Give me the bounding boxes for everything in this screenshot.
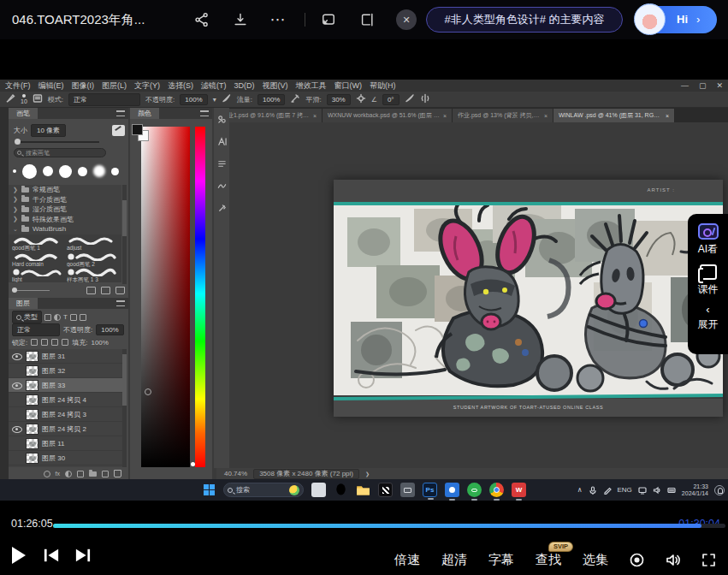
lock-pixels-icon[interactable] <box>41 339 48 346</box>
filter-shape-icon[interactable] <box>70 314 77 321</box>
record-mode-icon[interactable] <box>630 553 644 567</box>
tab-close-icon[interactable]: × <box>443 113 447 119</box>
layer-row[interactable]: 图层 24 拷贝 2 <box>9 422 123 436</box>
new-layer-icon[interactable] <box>102 471 109 477</box>
menu-filter[interactable]: 滤镜(T) <box>201 80 227 92</box>
chrome-icon[interactable] <box>489 483 504 497</box>
close-video-icon[interactable]: ✕ <box>396 9 417 30</box>
brush-tip[interactable] <box>78 167 87 176</box>
picture-in-picture-icon[interactable] <box>357 9 377 30</box>
volume-icon[interactable] <box>666 553 680 567</box>
brush-preset[interactable]: light <box>10 267 65 283</box>
assistant-button[interactable]: Hi › <box>636 6 717 33</box>
delete-layer-icon[interactable] <box>114 470 121 477</box>
expand-button[interactable]: ‹ 展开 <box>698 305 719 332</box>
preset-size-slider[interactable] <box>12 290 50 291</box>
character-panel-icon[interactable] <box>217 137 227 146</box>
maximize-icon[interactable]: ▢ <box>699 81 707 90</box>
hue-marker[interactable] <box>191 462 195 466</box>
green-app-icon[interactable] <box>467 483 482 497</box>
menu-plugins[interactable]: 增效工具 <box>296 80 327 92</box>
previous-icon[interactable] <box>44 546 59 565</box>
brushes-panel-tab[interactable]: 画笔 <box>9 108 38 119</box>
ps-canvas-area[interactable]: ARTIST : <box>229 122 728 468</box>
status-chevron-icon[interactable]: ❯ <box>365 471 370 477</box>
visibility-eye-icon[interactable] <box>11 352 22 360</box>
layer-list-scrollbar[interactable] <box>122 349 127 467</box>
brush-size-preview[interactable]: 10 <box>21 94 27 104</box>
document-tab[interactable]: WXNUW workback.psd @ 51.6% (图层 767, RGB/… <box>323 109 453 122</box>
layer-opacity-value[interactable]: 100% <box>96 324 123 335</box>
progress-bar[interactable] <box>53 524 725 528</box>
visibility-eye-icon[interactable] <box>11 366 22 375</box>
visibility-eye-icon[interactable] <box>11 439 22 448</box>
hidden-icons-caret[interactable]: ∧ <box>577 486 583 494</box>
speed-button[interactable]: 倍速 <box>394 552 420 568</box>
tab-close-icon[interactable]: × <box>544 113 547 119</box>
new-group-icon[interactable] <box>86 287 96 294</box>
courseware-button[interactable]: 课件 <box>698 264 719 297</box>
document-tab-active[interactable]: WINLAW .psd @ 41% (图层 31, RGB/8#) *× <box>553 109 675 122</box>
tab-close-icon[interactable]: × <box>313 113 317 119</box>
layer-row[interactable]: 图层 11 <box>9 436 123 451</box>
layer-row[interactable]: 图层 32 <box>9 364 123 378</box>
start-button[interactable] <box>204 484 216 496</box>
layer-mask-icon[interactable] <box>77 471 84 477</box>
smoothing-gear-icon[interactable] <box>356 93 366 105</box>
keyboard-icon[interactable] <box>667 486 676 495</box>
layer-thumbnail[interactable] <box>26 453 38 464</box>
window-close-icon[interactable]: ✕ <box>716 81 723 90</box>
brush-size-field[interactable]: 10 像素 <box>31 124 66 137</box>
capcut-icon[interactable] <box>378 483 393 497</box>
layer-thumbnail[interactable] <box>26 351 38 362</box>
smoothing-value[interactable]: 30% <box>327 94 351 105</box>
layers-panel-tab[interactable]: 图层 <box>9 298 38 309</box>
panel-menu-icon[interactable] <box>116 110 125 116</box>
layer-row[interactable]: 图层 24 拷贝 3 <box>9 407 123 422</box>
camera-app-icon[interactable] <box>400 483 415 497</box>
pen-icon[interactable] <box>603 486 612 495</box>
zoom-level[interactable]: 40.74% <box>224 470 247 477</box>
link-layers-icon[interactable] <box>44 471 50 477</box>
brush-tip[interactable] <box>59 165 72 178</box>
menu-edit[interactable]: 编辑(E) <box>38 80 64 92</box>
wps-icon[interactable]: W <box>512 483 526 497</box>
brush-group-expanded[interactable]: ⌄WatuBrush <box>9 224 121 234</box>
visibility-eye-icon[interactable] <box>11 410 22 418</box>
layer-thumbnail[interactable] <box>26 380 38 391</box>
layer-row[interactable]: 图层 24 拷贝 4 <box>9 393 123 407</box>
tab-close-icon[interactable]: × <box>666 113 669 119</box>
delete-brush-icon[interactable] <box>115 287 125 294</box>
brush-preset[interactable]: adjust <box>65 235 120 252</box>
new-group-icon[interactable] <box>89 471 97 477</box>
brush-angle-value[interactable]: 0° <box>382 94 400 105</box>
app-window-icon[interactable] <box>311 483 326 497</box>
pressure-opacity-icon[interactable] <box>222 93 232 105</box>
brush-tip[interactable] <box>13 169 16 173</box>
layer-thumbnail[interactable] <box>26 365 38 376</box>
color-saturation-gradient[interactable] <box>141 127 190 467</box>
minimize-icon[interactable]: — <box>681 81 689 90</box>
paragraph-panel-icon[interactable] <box>217 159 227 169</box>
layer-filter-select[interactable]: 类型 <box>12 311 42 323</box>
stroke-panel-icon[interactable] <box>217 181 227 191</box>
document-tab[interactable]: 作业1.psd @ 91.6% (图层 7 拷贝, RGB/8#) *× <box>216 109 323 122</box>
menu-type[interactable]: 文字(Y) <box>134 80 160 92</box>
pressure-size-icon[interactable] <box>405 93 415 105</box>
layer-row[interactable]: 图层 30 <box>9 451 123 465</box>
new-brush-icon[interactable] <box>101 287 110 294</box>
blend-mode-select[interactable]: 正常 <box>68 93 140 106</box>
brush-preset[interactable]: 样本画笔 1 3 <box>65 267 120 283</box>
screenshot-icon[interactable] <box>318 9 339 30</box>
brush-tip-soft[interactable] <box>93 165 105 177</box>
layer-row[interactable]: 图层 31 <box>9 349 123 364</box>
file-explorer-icon[interactable] <box>356 483 370 497</box>
toggle-brush-panel-icon[interactable] <box>33 93 43 105</box>
brush-preset[interactable]: good画笔 1 <box>10 235 65 252</box>
symmetry-icon[interactable] <box>420 93 430 105</box>
menu-layer[interactable]: 图层(L) <box>102 80 127 92</box>
layer-row-selected[interactable]: 图层 33 <box>9 378 123 393</box>
taskbar-search[interactable]: 搜索 <box>223 483 304 497</box>
brush-tip[interactable] <box>111 168 119 175</box>
lock-all-icon[interactable] <box>62 339 68 346</box>
